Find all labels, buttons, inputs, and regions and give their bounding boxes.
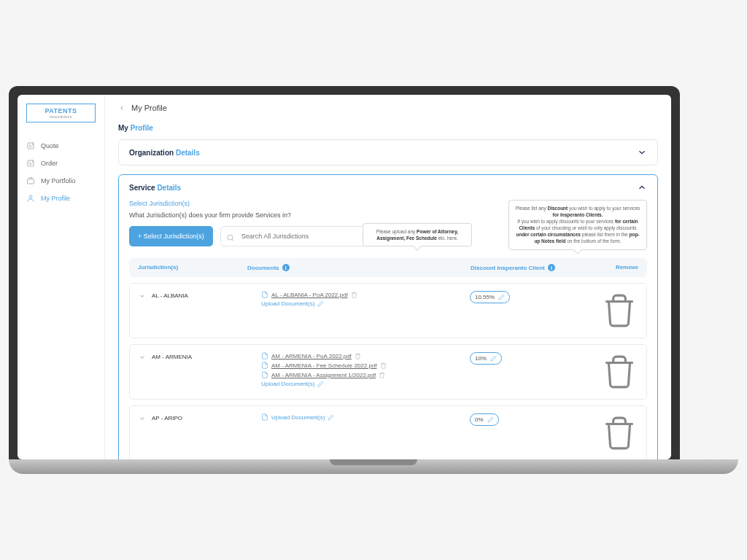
document-link[interactable]: AM - ARMENIA - Fee Schedule 2022.pdf xyxy=(271,362,377,369)
service-panel: Service Details Select Jurisdiction(s) W… xyxy=(118,174,658,459)
info-icon[interactable]: i xyxy=(282,264,290,271)
edit-icon xyxy=(487,416,494,423)
edit-icon xyxy=(490,355,497,362)
sidebar: PATENTS innovations QuoteOrderMy Portfol… xyxy=(18,95,105,459)
sidebar-item-my-portfolio[interactable]: My Portfolio xyxy=(18,172,104,190)
sidebar-item-quote[interactable]: Quote xyxy=(18,137,104,155)
main-content: My Profile My Profile Organization Detai… xyxy=(105,95,671,459)
upload-documents-link[interactable]: Upload Document(s) xyxy=(261,300,470,307)
chevron-up-icon xyxy=(637,182,647,192)
jurisdiction-name: AL - ALBANIA xyxy=(152,291,261,299)
sidebar-item-label: My Profile xyxy=(41,195,70,202)
table-header: Jurisdiction(s) Documents i Discount Ins… xyxy=(129,258,647,277)
sidebar-item-my-profile[interactable]: My Profile xyxy=(18,190,104,207)
edit-icon xyxy=(498,294,505,300)
jurisdiction-name: AP - ARIPO xyxy=(152,413,261,421)
trash-icon[interactable] xyxy=(355,353,361,359)
table-row: AM - ARMENIAAM - ARMENIA - PoA 2022.pdfA… xyxy=(129,344,647,400)
breadcrumb[interactable]: My Profile xyxy=(118,104,658,112)
documents-tooltip: Please upload any Power of Attorney, Ass… xyxy=(363,223,472,246)
discount-tooltip: Please list any Discount you wish to app… xyxy=(508,200,647,250)
remove-button[interactable] xyxy=(601,446,638,453)
table-row: AP - ARIPOUpload Document(s)0% xyxy=(129,405,647,459)
remove-button[interactable] xyxy=(601,385,638,392)
upload-documents-link[interactable]: Upload Document(s) xyxy=(261,413,470,421)
select-jurisdiction-button[interactable]: + Select Jurisdiction(s) xyxy=(129,226,213,246)
service-panel-header[interactable]: Service Details xyxy=(129,182,647,192)
file-icon xyxy=(261,413,268,421)
file-icon xyxy=(261,291,268,298)
quote-icon xyxy=(26,141,35,150)
document-link[interactable]: AL - ALBANIA - PoA 2022.pdf xyxy=(271,292,348,298)
table-row: AL - ALBANIAAL - ALBANIA - PoA 2022.pdfU… xyxy=(129,283,647,338)
trash-icon[interactable] xyxy=(351,292,357,298)
edit-icon xyxy=(328,414,334,421)
sidebar-item-order[interactable]: Order xyxy=(18,155,104,172)
page-title: My Profile xyxy=(118,124,658,132)
svg-rect-1 xyxy=(28,160,34,166)
edit-icon xyxy=(317,381,324,387)
svg-rect-0 xyxy=(28,143,34,149)
sidebar-item-label: My Portfolio xyxy=(41,177,76,184)
info-icon[interactable]: i xyxy=(548,264,555,271)
edit-icon xyxy=(317,300,324,307)
trash-icon[interactable] xyxy=(380,362,387,369)
svg-point-4 xyxy=(228,235,233,240)
discount-pill[interactable]: 10.55% xyxy=(470,291,510,303)
sidebar-item-label: Order xyxy=(41,160,58,167)
search-icon xyxy=(226,232,235,241)
upload-documents-link[interactable]: Upload Document(s) xyxy=(261,381,470,387)
search-input[interactable] xyxy=(220,226,366,246)
chevron-down-icon[interactable] xyxy=(139,415,146,422)
logo: PATENTS innovations xyxy=(26,104,96,122)
jurisdiction-name: AM - ARMENIA xyxy=(152,352,261,360)
document-link[interactable]: AM - ARMENIA - Assignment 1/2022.pdf xyxy=(271,372,376,378)
file-icon xyxy=(261,362,268,369)
chevron-down-icon xyxy=(637,147,647,158)
discount-pill[interactable]: 0% xyxy=(470,413,499,426)
discount-pill[interactable]: 10% xyxy=(470,352,502,365)
svg-point-3 xyxy=(29,195,32,198)
sidebar-item-label: Quote xyxy=(41,142,59,149)
chevron-down-icon[interactable] xyxy=(139,354,146,361)
profile-icon xyxy=(26,194,35,203)
svg-rect-2 xyxy=(28,179,34,184)
trash-icon[interactable] xyxy=(379,372,385,378)
file-icon xyxy=(261,352,268,359)
portfolio-icon xyxy=(26,176,35,185)
organization-panel[interactable]: Organization Details xyxy=(118,139,658,166)
file-icon xyxy=(261,371,268,378)
remove-button[interactable] xyxy=(601,324,638,330)
chevron-down-icon[interactable] xyxy=(139,292,146,300)
document-link[interactable]: AM - ARMENIA - PoA 2022.pdf xyxy=(271,353,352,359)
order-icon xyxy=(26,159,35,168)
